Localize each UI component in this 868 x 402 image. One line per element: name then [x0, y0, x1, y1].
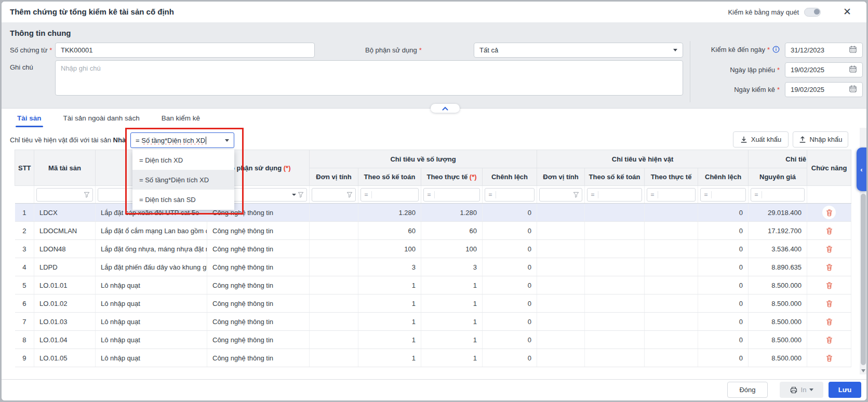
col-header-phys-book: Theo số kế toán: [585, 168, 645, 186]
cell-qty-book: 1: [358, 349, 421, 367]
delete-row-button[interactable]: [822, 351, 836, 365]
info-icon[interactable]: [772, 46, 780, 55]
tab-tai-san-ngoai-danh-sach[interactable]: Tài sản ngoài danh sách: [63, 109, 140, 128]
created-date-input[interactable]: 19/02/2025: [785, 62, 863, 77]
delete-row-button[interactable]: [822, 297, 836, 310]
cell-qty-actual: 3: [421, 258, 483, 276]
table-row[interactable]: 9 LO.01.05 Lô nhập quạt Công nghệ thông …: [15, 349, 851, 367]
close-icon[interactable]: ✕: [841, 6, 853, 18]
filter-asset-code-input[interactable]: [39, 191, 82, 199]
dialog-title-bar: Thêm chứng từ tổng kiểm kê tài sản cố đị…: [2, 2, 866, 23]
dropdown-option[interactable]: = Diện tích sàn SD: [132, 190, 234, 209]
inventory-to-date-input[interactable]: 31/12/2023: [785, 43, 863, 58]
dialog-title: Thêm chứng từ tổng kiểm kê tài sản cố đị…: [10, 7, 174, 16]
filter-qty-book-input[interactable]: [372, 191, 418, 199]
cell-phys-unit: [537, 294, 585, 313]
table-row[interactable]: 4 LDPD Lắp đặt phiến đấu dây vào khung g…: [15, 258, 851, 276]
cell-phys-book: [585, 204, 645, 222]
filter-funnel-icon[interactable]: [573, 192, 579, 198]
col-header-asset-code: Mã tài sản: [34, 150, 96, 186]
col-header-actions: Chức năng: [807, 150, 851, 186]
table-row[interactable]: 3 LDON48 Lắp đặt ống nhựa, máng nhựa đặt…: [15, 240, 851, 258]
table-row[interactable]: 8 LO.01.04 Lô nhập quạt Công nghệ thông …: [15, 331, 851, 349]
calendar-icon[interactable]: [849, 85, 857, 95]
chevron-down-icon: [809, 388, 813, 391]
table-row[interactable]: 6 LO.01.02 Lô nhập quạt Công nghệ thông …: [15, 294, 851, 313]
cell-phys-book: [585, 294, 645, 313]
side-panel-toggle[interactable]: ‹: [857, 148, 866, 191]
cell-asset-code: LO.01.05: [34, 349, 96, 367]
criteria-combobox[interactable]: = Số tầng*Diện tích XD: [130, 132, 234, 148]
scrollbar-thumb[interactable]: [861, 194, 866, 365]
table-row[interactable]: 7 LO.01.03 Lô nhập quạt Công nghệ thông …: [15, 313, 851, 331]
add-inventory-dialog: Thêm chứng từ tổng kiểm kê tài sản cố đị…: [2, 2, 866, 400]
filter-original-cost-input[interactable]: [762, 191, 804, 199]
criteria-dropdown-menu: = Diện tích XD= Số tầng*Diện tích XD= Di…: [132, 150, 234, 210]
tab-ban-kiem-ke[interactable]: Ban kiểm kê: [162, 109, 200, 128]
inventory-to-date-label: Kiểm kê đến ngày*: [692, 46, 785, 55]
delete-row-button[interactable]: [822, 278, 836, 292]
doc-no-input[interactable]: [55, 43, 315, 58]
cell-original-cost: 8.500.000: [749, 331, 807, 349]
export-button[interactable]: Xuất khẩu: [733, 131, 789, 148]
chevron-down-icon[interactable]: [225, 139, 229, 142]
note-textarea[interactable]: [55, 60, 683, 96]
delete-row-button[interactable]: [822, 224, 836, 237]
department-select[interactable]: Tất cả: [474, 43, 683, 58]
dropdown-option[interactable]: = Diện tích XD: [132, 150, 234, 170]
calendar-icon[interactable]: [849, 65, 857, 75]
print-button[interactable]: In: [780, 382, 823, 398]
collapse-section-button[interactable]: [431, 104, 460, 113]
delete-row-button[interactable]: [822, 260, 836, 274]
cell-phys-actual: [645, 240, 698, 258]
inventory-date-input[interactable]: 19/02/2025: [785, 82, 863, 97]
filter-phys-book-input[interactable]: [598, 191, 642, 199]
cell-qty-book: 1: [358, 294, 421, 313]
table-row[interactable]: 2 LDOCMLAN Lắp đặt ổ cắm mạng Lan bao gồ…: [15, 222, 851, 240]
delete-row-button[interactable]: [822, 333, 836, 346]
cell-phys-unit: [537, 204, 585, 222]
delete-row-button[interactable]: [822, 315, 836, 328]
cell-phys-book: [585, 276, 645, 294]
import-button[interactable]: Nhập khẩu: [793, 131, 848, 148]
cell-phys-book: [585, 331, 645, 349]
cell-qty-book: 100: [358, 240, 421, 258]
col-header-qty-actual: Theo thực tế (*): [421, 168, 483, 186]
scrollbar-down-arrow[interactable]: [861, 369, 865, 372]
chevron-down-icon[interactable]: [292, 194, 296, 196]
cell-original-cost: 8.500.000: [749, 349, 807, 367]
cell-phys-diff: 0: [698, 204, 749, 222]
cell-qty-unit: [310, 331, 358, 349]
cell-phys-book: [585, 313, 645, 331]
cell-phys-diff: 0: [698, 331, 749, 349]
created-date-label: Ngày lập phiếu*: [692, 66, 785, 74]
filter-phys-unit-input[interactable]: [542, 191, 571, 199]
scan-toggle[interactable]: [804, 8, 821, 17]
table-row[interactable]: 5 LO.01.01 Lô nhập quạt Công nghệ thông …: [15, 276, 851, 294]
calendar-icon[interactable]: [849, 45, 857, 55]
filter-qty-unit-input[interactable]: [315, 191, 345, 199]
filter-qty-actual-input[interactable]: [435, 191, 479, 199]
dropdown-option[interactable]: = Số tầng*Diện tích XD: [132, 170, 234, 190]
filter-qty-diff-input[interactable]: [496, 191, 534, 199]
cell-phys-book: [585, 222, 645, 240]
filter-funnel-icon[interactable]: [298, 192, 304, 198]
filter-funnel-icon[interactable]: [84, 192, 90, 198]
filter-phys-diff-input[interactable]: [712, 191, 745, 199]
asset-table-body: 1 LDCX Lắp đặt cáp xoắn đôi UTP cat 5e C…: [15, 204, 851, 367]
cell-phys-unit: [537, 349, 585, 367]
close-button[interactable]: Đóng: [727, 382, 768, 398]
tab-bar: Tài sản Tài sản ngoài danh sách Ban kiểm…: [2, 109, 856, 128]
filter-phys-actual-input[interactable]: [658, 191, 695, 199]
trash-icon: [825, 209, 833, 217]
cell-asset-name: Lắp đặt phiến đấu dây vào khung gi...: [96, 258, 207, 276]
save-button[interactable]: Lưu: [829, 382, 861, 398]
cell-asset-code: LDCX: [34, 204, 96, 222]
cell-qty-diff: 0: [483, 240, 537, 258]
cell-qty-actual: 100: [421, 240, 483, 258]
filter-funnel-icon[interactable]: [346, 192, 353, 198]
tab-tai-san[interactable]: Tài sản: [17, 109, 42, 128]
delete-row-button[interactable]: [822, 206, 836, 219]
delete-row-button[interactable]: [822, 242, 836, 256]
cell-phys-book: [585, 258, 645, 276]
